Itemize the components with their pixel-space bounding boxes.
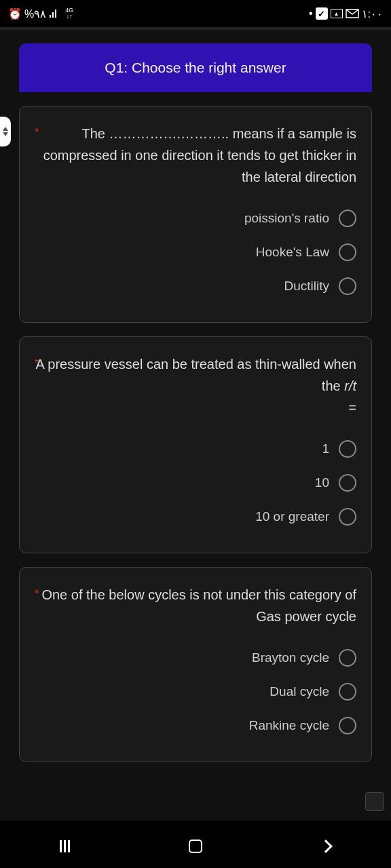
q1-option-c[interactable]: Ductility [35, 269, 356, 303]
option-label: 1 [322, 441, 329, 456]
back-button[interactable] [261, 842, 390, 851]
q3-option-b[interactable]: Dual cycle [35, 675, 356, 709]
option-label: Ductility [284, 279, 329, 294]
radio-icon[interactable] [339, 277, 356, 295]
q3-option-a[interactable]: Brayton cycle [35, 641, 356, 675]
q2-option-c[interactable]: 10 or greater [35, 500, 356, 534]
q1-option-b[interactable]: Hooke's Law [35, 235, 356, 269]
status-bar: ⏰ %٩٨ 4G ↓↑ • ✓ ▲ ١:٠٠ [0, 0, 391, 27]
quiz-header: Q1: Choose the right answer [19, 43, 372, 92]
network-label: 4G ↓↑ [65, 7, 73, 20]
option-label: Dual cycle [269, 684, 329, 699]
alarm-icon: ⏰ [8, 7, 22, 20]
option-label: 10 [315, 475, 329, 490]
option-label: Brayton cycle [252, 650, 329, 665]
content-area: Q1: Choose the right answer * The …………….… [0, 30, 391, 821]
required-asterisk: * [35, 124, 39, 142]
question-1-text: * The …………….……….. means if a sample is c… [35, 120, 356, 201]
mail-icon [346, 9, 359, 18]
battery-percent: %٩٨ [24, 7, 46, 20]
status-indicators-right: • ✓ ▲ ١:٠٠ [309, 7, 383, 20]
radio-icon[interactable] [339, 210, 356, 227]
q1-option-a[interactable]: poission's ratio [35, 201, 356, 235]
check-badge-icon: ✓ [316, 7, 328, 20]
dot-icon: • [309, 7, 313, 20]
question-card-2: * A pressure vessel can be treated as th… [19, 336, 372, 553]
q2-option-a[interactable]: 1 [35, 432, 356, 466]
home-icon [189, 840, 202, 853]
back-icon [319, 840, 333, 853]
option-label: 10 or greater [255, 509, 329, 524]
question-3-text: * One of the below cycles is not under t… [35, 581, 356, 641]
radio-icon[interactable] [339, 474, 356, 492]
option-label: Hooke's Law [256, 245, 329, 260]
question-card-3: * One of the below cycles is not under t… [19, 567, 372, 762]
quiz-title: Q1: Choose the right answer [105, 60, 286, 75]
q2-option-b[interactable]: 10 [35, 466, 356, 500]
option-label: Rankine cycle [249, 718, 329, 733]
side-handle[interactable] [0, 117, 11, 146]
question-2-text: * A pressure vessel can be treated as th… [35, 351, 356, 432]
picture-icon: ▲ [331, 9, 343, 18]
radio-icon[interactable] [339, 649, 356, 667]
recents-button[interactable] [1, 840, 130, 852]
radio-icon[interactable] [339, 508, 356, 526]
status-indicators-left: ⏰ %٩٨ 4G ↓↑ [8, 7, 73, 20]
home-button[interactable] [131, 840, 260, 853]
floating-widget[interactable] [365, 792, 384, 811]
required-asterisk: * [35, 355, 39, 372]
radio-icon[interactable] [339, 440, 356, 458]
radio-icon[interactable] [339, 243, 356, 261]
time-text: ١:٠٠ [362, 7, 383, 20]
radio-icon[interactable] [339, 717, 356, 734]
required-asterisk: * [35, 585, 39, 603]
q3-option-c[interactable]: Rankine cycle [35, 709, 356, 743]
recents-icon [60, 840, 70, 852]
radio-icon[interactable] [339, 683, 356, 701]
question-card-1: * The …………….……….. means if a sample is c… [19, 106, 372, 323]
system-nav-bar [0, 824, 391, 868]
signal-icon [49, 9, 60, 18]
option-label: poission's ratio [244, 211, 329, 226]
